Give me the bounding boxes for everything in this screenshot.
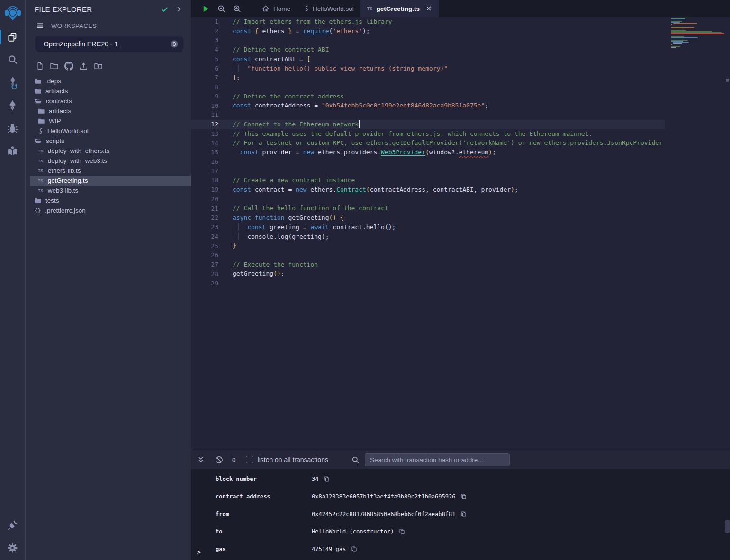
activity-settings[interactable] (0, 536, 25, 559)
line-number: 24 (191, 232, 218, 241)
tree-item-label: artifacts (45, 88, 68, 95)
collapse-terminal-icon[interactable] (197, 456, 205, 463)
clone-repo-button[interactable] (64, 62, 73, 71)
tree-item--deps[interactable]: .deps (26, 76, 191, 86)
transaction-detail-row: block number34 (216, 470, 730, 488)
code-line: const greeting = await contract.hello(); (233, 222, 668, 232)
ts-icon: TS (38, 159, 44, 163)
detail-value-text: 475149 gas (312, 546, 346, 552)
tab-helloworld-sol[interactable]: HelloWorld.sol (297, 0, 360, 17)
activity-plugin-manager[interactable] (0, 514, 25, 536)
activity-unit-testing[interactable] (0, 139, 25, 162)
detail-label: from (216, 511, 312, 517)
tree-item-web3-lib-ts[interactable]: TSweb3-lib.ts (26, 186, 191, 196)
copy-icon[interactable] (460, 511, 467, 517)
minimap-line (671, 37, 698, 38)
editor-scrollbar-thumb[interactable] (726, 79, 729, 82)
check-icon[interactable] (161, 5, 169, 13)
line-number: 19 (191, 185, 218, 195)
code-line: // Connect to the Ethereum network (233, 120, 668, 129)
file-tree: .depsartifactscontractsartifactsWIPHello… (26, 76, 191, 215)
line-number: 26 (191, 250, 218, 260)
line-number: 25 (191, 241, 218, 251)
tree-item-deploy-with-web3-ts[interactable]: TSdeploy_with_web3.ts (26, 156, 191, 166)
selector-icon (171, 40, 178, 48)
tree-item-helloworld-sol[interactable]: HelloWorld.sol (26, 126, 191, 136)
activity-file-explorer[interactable] (0, 26, 25, 48)
folder-icon (35, 88, 41, 94)
folder-icon (38, 108, 45, 114)
zoom-out-icon[interactable] (214, 5, 229, 13)
code-editor[interactable]: 1234567891011121314151617181920212223242… (191, 17, 730, 450)
tree-item-wip[interactable]: WIP (26, 116, 191, 126)
tab-home[interactable]: Home (255, 0, 297, 17)
activity-remix-logo[interactable] (0, 0, 25, 26)
transaction-search-input[interactable] (365, 453, 510, 466)
tree-item-deploy-with-ethers-ts[interactable]: TSdeploy_with_ethers.ts (26, 146, 191, 156)
workspaces-row: WORKSPACES (26, 16, 191, 32)
solidity-compiler-icon (7, 76, 18, 89)
chevron-right-icon[interactable] (175, 6, 182, 13)
code-line: const contractAddress = "0xb54febb5c0c0f… (233, 101, 668, 110)
tree-item-label: contracts (46, 98, 72, 105)
tree-item-artifacts[interactable]: artifacts (26, 106, 191, 116)
copy-icon[interactable] (351, 546, 357, 552)
activity-search[interactable] (0, 48, 25, 71)
code-line (233, 157, 668, 167)
tree-item-contracts[interactable]: contracts (26, 96, 191, 106)
activity-debugger[interactable] (0, 116, 25, 139)
activity-solidity-compiler[interactable] (0, 71, 25, 94)
remix-logo-icon (4, 4, 22, 22)
plugin-manager-icon (7, 520, 18, 531)
code-line: // Create a new contract instance (233, 176, 668, 185)
copy-icon[interactable] (399, 528, 405, 535)
line-number: 4 (191, 45, 218, 54)
upload-file-button[interactable] (79, 62, 88, 71)
code-line: ]; (233, 73, 668, 82)
detail-label: contract address (216, 493, 312, 500)
line-number: 16 (191, 157, 218, 167)
line-number: 15 (191, 148, 218, 157)
listen-transactions-label: listen on all transactions (258, 456, 328, 463)
copy-icon[interactable] (324, 476, 330, 482)
tree-item-label: deploy_with_web3.ts (48, 157, 107, 164)
line-number: 20 (191, 195, 218, 204)
close-icon[interactable] (425, 5, 432, 12)
tab-getgreeting-ts[interactable]: TSgetGreeting.ts (360, 0, 439, 17)
listen-transactions-checkbox[interactable] (246, 456, 253, 463)
sol-icon (304, 5, 309, 12)
tree-item-label: HelloWorld.sol (47, 127, 89, 134)
zoom-in-icon[interactable] (229, 5, 245, 13)
upload-folder-button[interactable] (94, 62, 103, 71)
tree-item--prettierrc-json[interactable]: {}.prettierrc.json (26, 205, 191, 215)
tree-item-ethers-lib-ts[interactable]: TSethers-lib.ts (26, 166, 191, 176)
activity-deploy-run[interactable] (0, 94, 25, 116)
workspace-selector[interactable]: OpenZeppelin ERC20 - 1 (35, 36, 183, 52)
detail-value: HelloWorld.(constructor) (312, 528, 405, 535)
minimap[interactable] (669, 18, 724, 50)
line-number: 9 (191, 92, 218, 101)
copy-icon[interactable] (460, 493, 467, 500)
code-line: } (233, 241, 668, 250)
tree-item-scripts[interactable]: scripts (26, 136, 191, 146)
tree-item-getgreeting-ts[interactable]: TSgetGreeting.ts (26, 176, 191, 186)
detail-value-text: 0x8a120383e6057b1f3aef4fa9b89c2f1b0a6959… (312, 493, 455, 500)
new-file-button[interactable] (36, 62, 44, 71)
tree-item-label: WIP (49, 117, 61, 124)
code-line: async function getGreeting() { (233, 213, 668, 222)
new-folder-button[interactable] (50, 62, 59, 71)
run-script-button[interactable] (198, 5, 214, 13)
tree-item-artifacts[interactable]: artifacts (26, 86, 191, 96)
clear-console-icon[interactable] (215, 456, 223, 464)
code-line (233, 250, 668, 260)
hamburger-menu-icon[interactable] (36, 22, 44, 30)
editor-scrollbar[interactable] (725, 17, 730, 450)
file-actions (26, 52, 191, 72)
code-line: // Define the contract address (233, 92, 668, 101)
code-content[interactable]: // Import ethers from the ethers.js libr… (233, 17, 668, 288)
code-line: // This example uses the default provide… (233, 129, 668, 139)
detail-value: 0x42452c22c88178685850e68beb6cf0f2aeab8f… (312, 511, 467, 517)
line-number: 21 (191, 204, 218, 213)
tree-item-tests[interactable]: tests (26, 196, 191, 205)
terminal-scrollbar-thumb[interactable] (725, 520, 730, 533)
